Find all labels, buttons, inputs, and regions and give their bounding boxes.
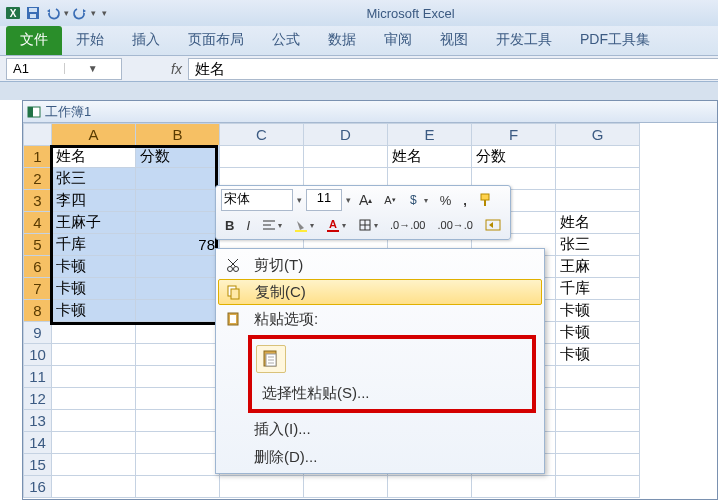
col-header-d[interactable]: D (304, 124, 388, 146)
cell[interactable] (136, 410, 220, 432)
row-header[interactable]: 3 (24, 190, 52, 212)
row-header[interactable]: 12 (24, 388, 52, 410)
cell[interactable] (136, 322, 220, 344)
cell[interactable] (136, 454, 220, 476)
cell[interactable] (136, 190, 220, 212)
bold-button[interactable]: B (221, 214, 238, 236)
italic-button[interactable]: I (242, 214, 254, 236)
fx-button[interactable]: fx (122, 61, 188, 77)
chevron-down-icon[interactable]: ▾ (346, 195, 351, 205)
row-header[interactable]: 16 (24, 476, 52, 498)
cell[interactable] (136, 168, 220, 190)
increase-font-icon[interactable]: A▴ (355, 189, 376, 211)
percent-format-button[interactable]: % (436, 189, 456, 211)
tab-review[interactable]: 审阅 (370, 26, 426, 55)
cell[interactable]: 王麻子 (52, 212, 136, 234)
borders-button[interactable] (354, 214, 382, 236)
row-header[interactable]: 6 (24, 256, 52, 278)
cell[interactable] (136, 278, 220, 300)
cell[interactable] (556, 146, 640, 168)
comma-format-button[interactable]: , (459, 189, 471, 211)
tab-pdf-tools[interactable]: PDF工具集 (566, 26, 664, 55)
cell[interactable]: 千库 (52, 234, 136, 256)
fill-color-button[interactable] (290, 214, 318, 236)
menu-copy[interactable]: 复制(C) (218, 279, 542, 305)
cell[interactable] (556, 476, 640, 498)
cell[interactable] (388, 476, 472, 498)
paste-default-button[interactable] (256, 345, 286, 373)
cell[interactable] (136, 212, 220, 234)
row-header[interactable]: 7 (24, 278, 52, 300)
cell[interactable] (52, 344, 136, 366)
redo-dropdown[interactable]: ▾ (91, 8, 96, 18)
cell[interactable] (52, 388, 136, 410)
cell[interactable] (136, 366, 220, 388)
undo-icon[interactable] (44, 4, 62, 22)
tab-view[interactable]: 视图 (426, 26, 482, 55)
row-header[interactable]: 10 (24, 344, 52, 366)
cell[interactable] (136, 388, 220, 410)
save-icon[interactable] (24, 4, 42, 22)
cell[interactable] (52, 432, 136, 454)
col-header-e[interactable]: E (388, 124, 472, 146)
tab-developer[interactable]: 开发工具 (482, 26, 566, 55)
undo-dropdown[interactable]: ▾ (64, 8, 69, 18)
cell[interactable]: 卡顿 (556, 344, 640, 366)
align-button[interactable] (258, 214, 286, 236)
cell[interactable] (472, 476, 556, 498)
font-color-button[interactable]: A (322, 214, 350, 236)
cell[interactable] (556, 366, 640, 388)
cell[interactable] (220, 146, 304, 168)
cell[interactable]: 78 (136, 234, 220, 256)
cell[interactable] (52, 476, 136, 498)
row-header[interactable]: 1 (24, 146, 52, 168)
format-painter-icon[interactable] (475, 189, 499, 211)
cell[interactable]: 卡顿 (556, 300, 640, 322)
row-header[interactable]: 14 (24, 432, 52, 454)
cell[interactable]: 卡顿 (52, 256, 136, 278)
accounting-format-button[interactable]: $ (404, 189, 432, 211)
tab-data[interactable]: 数据 (314, 26, 370, 55)
row-header[interactable]: 2 (24, 168, 52, 190)
cell[interactable] (556, 432, 640, 454)
cell[interactable]: 张三 (556, 234, 640, 256)
cell[interactable] (136, 344, 220, 366)
formula-input[interactable]: 姓名 (188, 58, 718, 80)
cell[interactable] (220, 476, 304, 498)
tab-insert[interactable]: 插入 (118, 26, 174, 55)
redo-icon[interactable] (71, 4, 89, 22)
col-header-a[interactable]: A (52, 124, 136, 146)
cell[interactable] (304, 146, 388, 168)
name-box[interactable]: A1 ▼ (6, 58, 122, 80)
row-header[interactable]: 5 (24, 234, 52, 256)
cell[interactable]: 姓名 (388, 146, 472, 168)
increase-decimal-button[interactable]: .0→.00 (386, 214, 429, 236)
cell[interactable] (136, 432, 220, 454)
cell[interactable] (556, 454, 640, 476)
workbook-titlebar[interactable]: 工作簿1 (23, 101, 717, 123)
cell[interactable] (556, 190, 640, 212)
decrease-decimal-button[interactable]: .00→.0 (433, 214, 476, 236)
tab-file[interactable]: 文件 (6, 26, 62, 55)
cell[interactable] (52, 322, 136, 344)
cell[interactable] (52, 366, 136, 388)
cell[interactable]: 张三 (52, 168, 136, 190)
menu-delete[interactable]: 删除(D)... (218, 443, 542, 471)
cell[interactable] (136, 300, 220, 322)
row-header[interactable]: 13 (24, 410, 52, 432)
name-box-dropdown[interactable]: ▼ (64, 63, 122, 74)
cell[interactable]: 分数 (472, 146, 556, 168)
cell[interactable]: 卡顿 (556, 322, 640, 344)
col-header-g[interactable]: G (556, 124, 640, 146)
col-header-f[interactable]: F (472, 124, 556, 146)
cell[interactable]: 姓名 (52, 146, 136, 168)
col-header-c[interactable]: C (220, 124, 304, 146)
font-family-combo[interactable]: 宋体 (221, 189, 293, 211)
select-all-corner[interactable] (24, 124, 52, 146)
tab-home[interactable]: 开始 (62, 26, 118, 55)
cell[interactable] (556, 410, 640, 432)
col-header-b[interactable]: B (136, 124, 220, 146)
cell[interactable]: 王麻 (556, 256, 640, 278)
tab-formulas[interactable]: 公式 (258, 26, 314, 55)
chevron-down-icon[interactable]: ▾ (297, 195, 302, 205)
